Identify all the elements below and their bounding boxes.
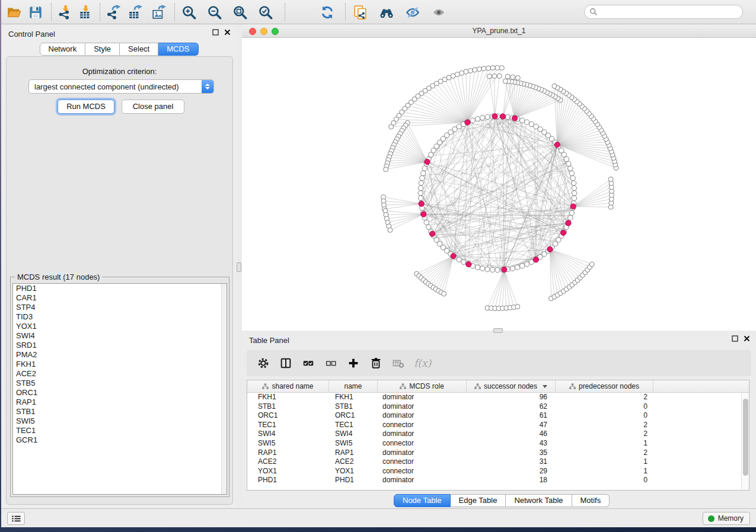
show-details-icon[interactable] <box>430 4 447 21</box>
tab-motifs[interactable]: Motifs <box>572 494 610 507</box>
table-cell: 29 <box>467 467 556 476</box>
select-all-icon[interactable] <box>301 356 315 370</box>
table-row[interactable]: FKH1FKH1dominator962 <box>247 393 749 402</box>
mcds-result-item[interactable]: TID3 <box>13 312 227 322</box>
import-table-icon[interactable] <box>77 4 94 21</box>
column-header-shared-name[interactable]: shared name <box>247 380 329 392</box>
delete-table-icon[interactable] <box>391 356 406 370</box>
mcds-result-item[interactable]: CAR1 <box>13 293 227 303</box>
column-header-successor-nodes[interactable]: successor nodes <box>467 380 556 392</box>
list-scrollbar[interactable] <box>221 284 227 494</box>
mcds-result-item[interactable]: PMA2 <box>13 350 227 360</box>
close-panel-icon[interactable] <box>224 29 231 36</box>
mcds-result-item[interactable]: YOX1 <box>13 322 227 331</box>
mcds-result-item[interactable]: SRD1 <box>13 341 227 350</box>
search-icon <box>589 8 598 16</box>
show-columns-icon[interactable] <box>279 356 293 370</box>
table-cell: FKH1 <box>329 393 378 402</box>
table-cell: 1 <box>556 457 653 467</box>
table-cell: PHD1 <box>329 476 378 485</box>
export-table-icon[interactable] <box>127 4 143 21</box>
table-row[interactable]: SWI5SWI5connector431 <box>247 439 749 448</box>
toolbar-separator <box>51 3 52 21</box>
table-row[interactable]: YOX1YOX1connector291 <box>247 467 749 476</box>
memory-button[interactable]: Memory <box>703 512 750 525</box>
tab-edge-table[interactable]: Edge Table <box>451 494 506 507</box>
network-window-titlebar[interactable]: YPA_prune.txt_1 <box>242 24 756 38</box>
table-cell: SWI5 <box>329 439 378 448</box>
search-network-icon[interactable] <box>378 4 395 21</box>
network-canvas[interactable] <box>242 38 756 331</box>
table-scrollbar-thumb[interactable] <box>743 399 748 476</box>
mcds-result-item[interactable]: STB5 <box>13 379 227 388</box>
close-panel-icon[interactable] <box>744 335 750 342</box>
zoom-fit-icon[interactable] <box>232 4 248 21</box>
close-panel-button[interactable]: Close panel <box>122 100 184 114</box>
table-row[interactable]: RAP1RAP1dominator352 <box>247 448 749 458</box>
mcds-result-item[interactable]: TEC1 <box>13 426 227 435</box>
mcds-result-item[interactable]: ACE2 <box>13 369 227 379</box>
refresh-layout-icon[interactable] <box>319 4 336 21</box>
mcds-result-item[interactable]: GCR1 <box>13 435 227 445</box>
network-graph[interactable] <box>242 38 756 331</box>
mcds-result-item[interactable]: ORC1 <box>13 388 227 398</box>
mcds-result-item[interactable]: PHD1 <box>13 284 227 293</box>
float-panel-icon[interactable] <box>732 335 738 342</box>
tab-mcds[interactable]: MCDS <box>158 43 198 56</box>
table-header-row: shared name name MCDS role successor nod… <box>247 380 749 393</box>
zoom-selected-icon[interactable] <box>257 4 274 21</box>
delete-column-icon[interactable] <box>369 356 383 370</box>
mcds-result-item[interactable]: SWI5 <box>13 416 227 426</box>
panel-divider-vertical[interactable] <box>237 24 242 508</box>
table-row[interactable]: TEC1TEC1connector472 <box>247 421 749 430</box>
export-network-icon[interactable] <box>106 4 122 21</box>
unselect-all-icon[interactable] <box>324 356 338 370</box>
table-cell: 0 <box>556 476 653 485</box>
tab-node-table[interactable]: Node Table <box>394 494 451 507</box>
tab-select[interactable]: Select <box>120 43 158 56</box>
network-search-field[interactable] <box>584 5 743 19</box>
criterion-dropdown[interactable]: largest connected component (undirected) <box>28 79 214 94</box>
column-header-mcds-role[interactable]: MCDS role <box>378 380 467 392</box>
network-file-icon[interactable] <box>352 4 369 21</box>
import-network-icon[interactable] <box>57 4 74 21</box>
hide-details-icon[interactable] <box>404 4 421 21</box>
divider-grip-horizontal[interactable] <box>493 328 503 333</box>
run-mcds-button[interactable]: Run MCDS <box>58 100 114 114</box>
mcds-result-item[interactable]: STP4 <box>13 303 227 312</box>
memory-label: Memory <box>718 514 744 523</box>
divider-grip[interactable] <box>237 262 241 272</box>
open-file-icon[interactable] <box>6 4 23 21</box>
table-row[interactable]: STB1STB1dominator620 <box>247 402 749 412</box>
table-options-icon[interactable] <box>256 356 270 370</box>
table-cell: dominator <box>378 393 467 402</box>
zoom-in-icon[interactable] <box>181 4 197 21</box>
task-history-button[interactable] <box>7 512 25 525</box>
dropdown-stepper-icon <box>202 80 213 93</box>
mcds-result-item[interactable]: STB1 <box>13 407 227 416</box>
table-scrollbar[interactable] <box>741 393 749 490</box>
table-row[interactable]: PHD1PHD1dominator180 <box>247 476 749 485</box>
export-image-icon[interactable] <box>151 4 167 21</box>
search-input[interactable] <box>598 7 742 17</box>
table-row[interactable]: ORC1ORC1dominator610 <box>247 411 749 421</box>
mcds-result-item[interactable]: FKH1 <box>13 360 227 369</box>
function-builder-icon[interactable]: f(x) <box>414 357 431 369</box>
tab-style[interactable]: Style <box>85 43 120 56</box>
table-row[interactable]: ACE2ACE2connector311 <box>247 457 749 467</box>
mcds-result-item[interactable]: SWI4 <box>13 331 227 341</box>
table-cell: SWI4 <box>247 430 329 439</box>
tab-network[interactable]: Network <box>39 43 85 56</box>
float-panel-icon[interactable] <box>212 29 219 36</box>
mcds-result-list[interactable]: PHD1CAR1STP4TID3YOX1SWI4SRD1PMA2FKH1ACE2… <box>12 283 227 495</box>
add-column-icon[interactable] <box>346 356 361 370</box>
mcds-result-item[interactable]: RAP1 <box>13 398 227 407</box>
table-cell: dominator <box>378 448 467 458</box>
tab-network-table[interactable]: Network Table <box>506 494 572 507</box>
table-row[interactable]: SWI4SWI4dominator462 <box>247 430 749 439</box>
column-header-predecessor-nodes[interactable]: predecessor nodes <box>556 380 653 392</box>
column-header-name[interactable]: name <box>329 380 378 392</box>
save-session-icon[interactable] <box>27 4 44 21</box>
zoom-out-icon[interactable] <box>206 4 223 21</box>
table-cell: 0 <box>556 402 653 412</box>
